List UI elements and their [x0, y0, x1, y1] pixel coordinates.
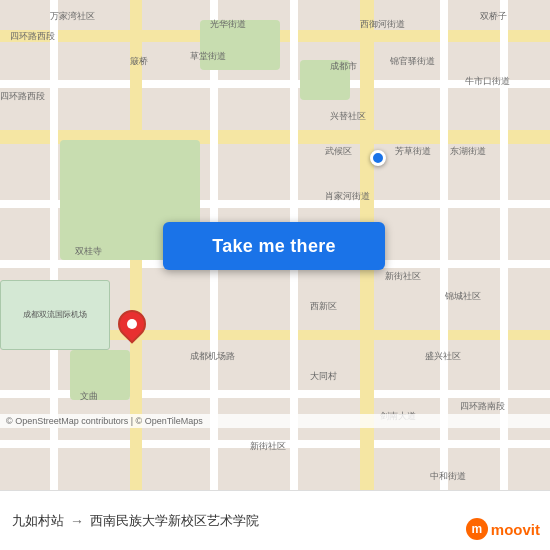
current-location-marker — [370, 150, 386, 166]
moovit-brand-name: moovit — [491, 521, 540, 538]
label-xinxin: 西新区 — [310, 300, 337, 313]
label-bocao: 簸桥 — [130, 55, 148, 68]
label-wuhou: 武候区 — [325, 145, 352, 158]
route-info: 九如村站 → 西南民族大学新校区艺术学院 — [12, 512, 538, 530]
route-from: 九如村站 — [12, 512, 64, 530]
label-liuqu: 四环路西段 — [0, 90, 45, 103]
moovit-icon: m — [466, 518, 488, 540]
label-shuanggui: 双桂寺 — [75, 245, 102, 258]
label-chengdushi: 成都市 — [330, 60, 357, 73]
moovit-logo: m moovit — [466, 518, 540, 540]
label-niushi: 牛市口街道 — [465, 75, 510, 88]
moovit-icon-letter: m — [471, 522, 482, 536]
label-fangcao: 芳草街道 — [395, 145, 431, 158]
label-xingti: 兴替社区 — [330, 110, 366, 123]
label-jinguanyi: 锦官驿街道 — [390, 55, 435, 68]
take-me-there-label: Take me there — [212, 236, 336, 257]
pin-body — [112, 304, 152, 344]
airport-area: 成都双流国际机场 — [0, 280, 110, 350]
label-caotang: 草堂街道 — [190, 50, 226, 63]
route-arrow-icon: → — [70, 513, 84, 529]
park-area-3 — [70, 350, 130, 400]
label-shengxing: 盛兴社区 — [425, 350, 461, 363]
label-jingcheng: 锦城社区 — [445, 290, 481, 303]
destination-pin — [118, 310, 146, 346]
map-view: 成都双流国际机场 光华街道 西御河街道 锦官驿街道 牛市口街道 双桥子 东湖街道… — [0, 0, 550, 490]
label-guanghua: 光华街道 — [210, 18, 246, 31]
label-shuangqiao: 双桥子 — [480, 10, 507, 23]
label-wenqu: 文曲 — [80, 390, 98, 403]
bottom-bar: 九如村站 → 西南民族大学新校区艺术学院 m moovit — [0, 490, 550, 550]
label-xiyu: 西御河街道 — [360, 18, 405, 31]
label-chengdujichanglu: 成都机场路 — [190, 350, 235, 363]
label-datong: 大同村 — [310, 370, 337, 383]
route-to: 西南民族大学新校区艺术学院 — [90, 512, 259, 530]
label-sihuan-west: 四环路西段 — [10, 30, 55, 43]
label-xiaojiahe: 肖家河街道 — [325, 190, 370, 203]
label-xihanggang: 新街社区 — [250, 440, 286, 453]
label-xincheng: 新街社区 — [385, 270, 421, 283]
label-wanjiawei: 万家湾社区 — [50, 10, 95, 23]
map-attribution: © OpenStreetMap contributors | © OpenTil… — [0, 414, 550, 428]
label-zhonghe: 中和街道 — [430, 470, 466, 483]
airport-label: 成都双流国际机场 — [23, 310, 87, 320]
pin-dot — [125, 317, 139, 331]
take-me-there-button[interactable]: Take me there — [163, 222, 385, 270]
label-donghu: 东湖街道 — [450, 145, 486, 158]
label-sihuan-south: 四环路南段 — [460, 400, 505, 413]
